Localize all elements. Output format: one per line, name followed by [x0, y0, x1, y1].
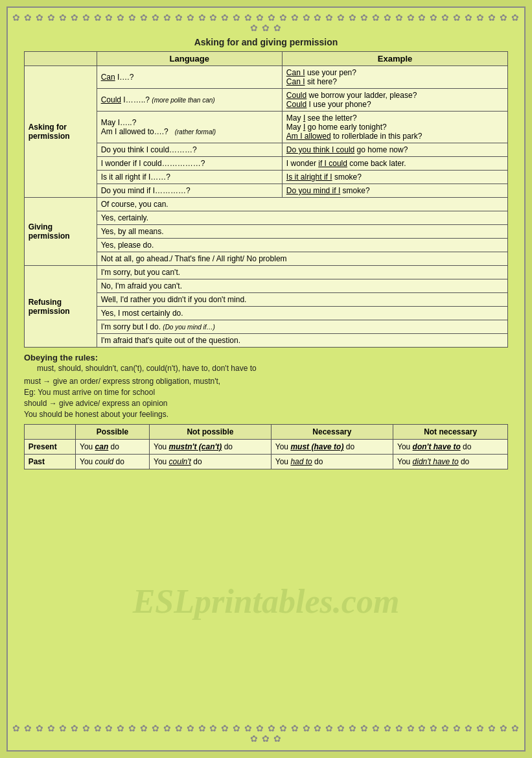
giving-please-do: Yes, please do. [97, 239, 508, 252]
table-row: May I…..?Am I allowed to….? (rather form… [24, 112, 508, 143]
bt-present-not-necessary: You don't have to do [393, 440, 507, 455]
table-row: Yes, certainly. [24, 211, 508, 225]
table-row: Givingpermission Of course, you can. [24, 198, 508, 211]
example-may-i: May I see the letter?May I go home early… [282, 112, 507, 143]
giving-of-course: Of course, you can. [97, 198, 508, 211]
bt-label-past: Past [24, 455, 75, 469]
bt-past-necessary: You had to do [271, 455, 393, 469]
table-row: I wonder if I could……………? I wonder if I … [24, 157, 508, 171]
lang-i-wonder: I wonder if I could……………? [97, 157, 282, 171]
refusing-sorry-but: I'm sorry but I do. (Do you mind if…) [97, 320, 508, 334]
table-row: Could I……..? (more polite than can) Coul… [24, 89, 508, 112]
col-header-language: Language [97, 52, 282, 66]
lang-could-i: Could I……..? (more polite than can) [97, 89, 282, 112]
watermark: ESLprintables.com [133, 582, 400, 621]
example-i-wonder: I wonder if I could come back later. [282, 157, 507, 171]
modal-verbs-table: Possible Not possible Necessary Not nece… [24, 424, 509, 469]
table-row: No, I'm afraid you can't. [24, 279, 508, 293]
table-row: Asking forpermission Can I….? Can I use … [24, 66, 508, 89]
table-row: Refusingpermission I'm sorry, but you ca… [24, 266, 508, 279]
top-stars: ✿ ✿ ✿ ✿ ✿ ✿ ✿ ✿ ✿ ✿ ✿ ✿ ✿ ✿ ✿ ✿ ✿ ✿ ✿ ✿ … [11, 11, 521, 34]
refusing-afraid-cant: No, I'm afraid you can't. [97, 279, 508, 293]
example-is-it-all-right: Is it alright if I smoke? [282, 171, 507, 184]
category-giving: Givingpermission [24, 198, 97, 266]
col-header-example: Example [282, 52, 507, 66]
table-row: Not at all, go ahead./ That's fine / All… [24, 252, 508, 266]
bt-header-necessary: Necessary [271, 425, 393, 440]
table-row: Well, I'd rather you didn't if you don't… [24, 293, 508, 307]
example-do-you-mind: Do you mind if I smoke? [282, 184, 507, 198]
bt-past-not-possible: You couln't do [150, 455, 272, 469]
bottom-stars: ✿ ✿ ✿ ✿ ✿ ✿ ✿ ✿ ✿ ✿ ✿ ✿ ✿ ✿ ✿ ✿ ✿ ✿ ✿ ✿ … [8, 722, 524, 745]
lang-do-you-mind: Do you mind if I…………? [97, 184, 282, 198]
bt-header-empty [24, 425, 75, 440]
giving-certainly: Yes, certainly. [97, 211, 508, 225]
table-row: Present You can do You mustn't (can't) d… [24, 440, 508, 455]
page-container: ✿ ✿ ✿ ✿ ✿ ✿ ✿ ✿ ✿ ✿ ✿ ✿ ✿ ✿ ✿ ✿ ✿ ✿ ✿ ✿ … [6, 6, 526, 752]
table-row: Past You could do You couln't do You had… [24, 455, 508, 469]
table-row: Do you mind if I…………? Do you mind if I s… [24, 184, 508, 198]
lang-may-i: May I…..?Am I allowed to….? (rather form… [97, 112, 282, 143]
rule-must: must → give an order/ express strong obl… [24, 377, 508, 386]
obeying-subtext: must, should, shouldn't, can('t), could(… [37, 364, 508, 373]
refusing-sorry-cant: I'm sorry, but you can't. [97, 266, 508, 279]
refusing-rather: Well, I'd rather you didn't if you don't… [97, 293, 508, 307]
rule-should: should → give advice/ express an opinion [24, 399, 508, 408]
bt-header-not-possible: Not possible [150, 425, 272, 440]
category-asking: Asking forpermission [24, 66, 97, 198]
table-row: Yes, by all means. [24, 225, 508, 239]
example-do-you-think: Do you think I could go home now? [282, 143, 507, 157]
table-row: I'm afraid that's quite out of the quest… [24, 334, 508, 348]
table-row: Yes, I most certainly do. [24, 307, 508, 320]
example-could-i: Could we borrow your ladder, please?Coul… [282, 89, 507, 112]
table-row: I'm sorry but I do. (Do you mind if…) [24, 320, 508, 334]
page-title: Asking for and giving permission [11, 37, 521, 47]
giving-by-all-means: Yes, by all means. [97, 225, 508, 239]
bt-past-possible: You could do [76, 455, 150, 469]
bt-present-not-possible: You mustn't (can't) do [150, 440, 272, 455]
rules-section: must → give an order/ express strong obl… [24, 377, 508, 419]
category-refusing: Refusingpermission [24, 266, 97, 348]
table-row: Yes, please do. [24, 239, 508, 252]
lang-is-it-all-right: Is it all right if I……? [97, 171, 282, 184]
example-can-i: Can I use your pen?Can I sit here? [282, 66, 507, 89]
refusing-certainly-do: Yes, I most certainly do. [97, 307, 508, 320]
bt-header-not-necessary: Not necessary [393, 425, 507, 440]
refusing-out-of-question: I'm afraid that's quite out of the quest… [97, 334, 508, 348]
bt-past-not-necessary: You didn't have to do [393, 455, 507, 469]
lang-can-i: Can I….? [97, 66, 282, 89]
bt-label-present: Present [24, 440, 75, 455]
obeying-heading: Obeying the rules: [24, 353, 508, 362]
table-row: Do you think I could………? Do you think I … [24, 143, 508, 157]
giving-not-at-all: Not at all, go ahead./ That's fine / All… [97, 252, 508, 266]
bt-present-possible: You can do [76, 440, 150, 455]
table-row: Is it all right if I……? Is it alright if… [24, 171, 508, 184]
rule-should-eg: You should be honest about your feelings… [24, 410, 508, 419]
main-permission-table: Language Example Asking forpermission Ca… [24, 51, 509, 348]
col-header-empty [24, 52, 97, 66]
bt-present-necessary: You must (have to) do [271, 440, 393, 455]
bt-header-possible: Possible [76, 425, 150, 440]
rule-must-eg: Eg: You must arrive on time for school [24, 388, 508, 397]
lang-do-you-think: Do you think I could………? [97, 143, 282, 157]
